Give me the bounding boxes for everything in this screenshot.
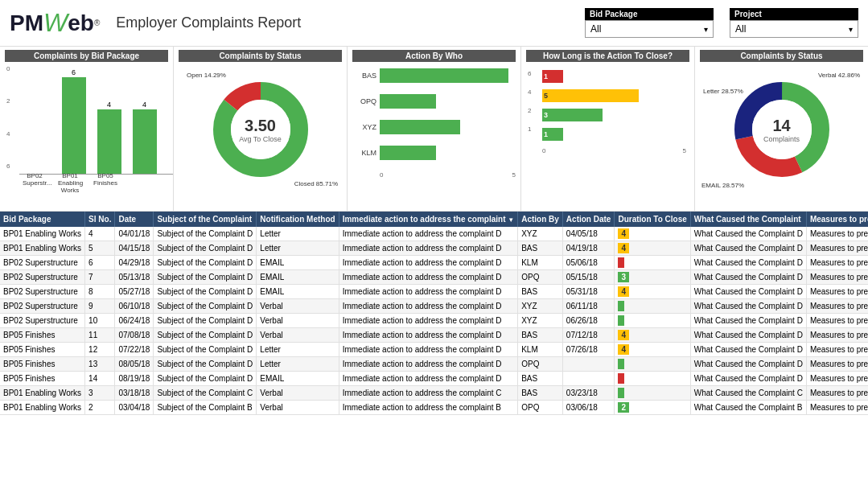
cell-action-date: 05/31/18 [562, 285, 615, 299]
cell-sl: 10 [85, 314, 115, 328]
bid-package-select[interactable]: All ▾ [585, 20, 714, 38]
how-long-row-1: 1 [542, 128, 686, 141]
cell-duration [615, 256, 690, 270]
cell-duration: 4 [615, 328, 690, 343]
cell-immediate: Immediate action to address the complain… [339, 241, 518, 256]
cell-sl: 12 [85, 343, 115, 357]
cell-bid-pkg: BP01 Enabling Works [0, 401, 85, 415]
cell-action-date: 06/11/18 [562, 299, 615, 314]
chart-status-donut-title: Complaints by Status [179, 50, 342, 62]
hbar-klm: KLM [352, 146, 516, 160]
col-subject: Subject of the Complaint [154, 212, 257, 227]
cell-bid-pkg: BP02 Superstructure [0, 314, 85, 328]
cell-measures: Measures to prevent recurrence D [806, 270, 868, 285]
cell-subject: Subject of the Complaint D [154, 343, 257, 357]
hbar-opq-bar [380, 94, 436, 109]
cell-sl: 11 [85, 328, 115, 343]
chart-status-donut: Complaints by Status Open 14.29% 3.50 Av… [174, 47, 348, 211]
cell-immediate: Immediate action to address the complain… [339, 357, 518, 372]
cell-method: Verbal [257, 386, 339, 401]
donut-csr-number: 14 [763, 117, 800, 135]
hbar-xyz: XYZ [352, 120, 516, 134]
open-legend: Open 14.29% [187, 72, 226, 79]
cell-caused: What Caused the Complaint D [690, 314, 806, 328]
chart-action-title: Action By Who [352, 50, 516, 62]
cell-bid-pkg: BP02 Superstructure [0, 270, 85, 285]
charts-row: Complaints by Bid Package 6 4 2 0 6 4 4 [0, 47, 868, 212]
project-select[interactable]: All ▾ [730, 20, 858, 38]
logo-registered: ® [94, 19, 100, 27]
chart-bid-package: Complaints by Bid Package 6 4 2 0 6 4 4 [0, 47, 174, 211]
cell-immediate: Immediate action to address the complain… [339, 401, 518, 415]
x-labels-bid: BP02 Superstr... BP01 Enabling Works BP0… [19, 170, 168, 194]
hbar-klm-bar [380, 146, 436, 160]
cell-measures: Measures to prevent recurrence D [806, 372, 868, 386]
donut-sub: Avg To Close [239, 135, 282, 143]
cell-method: EMAIL [257, 270, 339, 285]
cell-immediate: Immediate action to address the complain… [339, 343, 518, 357]
cell-immediate: Immediate action to address the complain… [339, 227, 518, 241]
cell-date: 04/01/18 [115, 227, 154, 241]
cell-action-by: BAS [518, 386, 563, 401]
bar-bp02-rect [62, 77, 86, 174]
chart-how-long: How Long is the Action To Close? 6 4 2 1… [521, 47, 695, 211]
cell-action-date: 04/05/18 [562, 227, 615, 241]
cell-caused: What Caused the Complaint D [690, 343, 806, 357]
col-bid-pkg: Bid Package [0, 212, 85, 227]
cell-action-date: 03/23/18 [562, 386, 615, 401]
cell-action-date: 06/26/18 [562, 314, 615, 328]
cell-measures: Measures to prevent recurrence B [806, 401, 868, 415]
cell-method: Verbal [257, 401, 339, 415]
filter-group: Bid Package All ▾ Project All ▾ [585, 8, 858, 38]
project-chevron-icon: ▾ [849, 25, 853, 34]
cell-date: 05/13/18 [115, 270, 154, 285]
table-row: BP02 Superstructure 9 06/10/18 Subject o… [0, 299, 868, 314]
cell-date: 03/04/18 [115, 401, 154, 415]
cell-date: 06/24/18 [115, 314, 154, 328]
project-value: All [735, 23, 746, 35]
how-long-row-4: 5 [542, 89, 686, 102]
cell-duration: 2 [615, 401, 690, 415]
cell-bid-pkg: BP05 Finishes [0, 343, 85, 357]
logo-pm: PM [10, 10, 43, 36]
chart-how-long-title: How Long is the Action To Close? [526, 50, 689, 62]
cell-duration: 4 [615, 241, 690, 256]
cell-caused: What Caused the Complaint D [690, 256, 806, 270]
cell-action-by: XYZ [518, 314, 563, 328]
cell-date: 06/10/18 [115, 299, 154, 314]
cell-sl: 4 [85, 227, 115, 241]
cell-immediate: Immediate action to address the complain… [339, 372, 518, 386]
cell-subject: Subject of the Complaint C [154, 386, 257, 401]
how-long-stacked-2: 3 [542, 109, 603, 121]
cell-measures: Measures to prevent recurrence D [806, 343, 868, 357]
table-row: BP05 Finishes 14 08/19/18 Subject of the… [0, 372, 868, 386]
cell-measures: Measures to prevent recurrence D [806, 227, 868, 241]
table-container: Bid Package Sl No. Date Subject of the C… [0, 212, 868, 477]
donut-number: 3.50 [239, 117, 282, 135]
cell-action-by: OPQ [518, 401, 563, 415]
cell-subject: Subject of the Complaint D [154, 285, 257, 299]
cell-action-by: KLM [518, 256, 563, 270]
cell-action-by: OPQ [518, 270, 563, 285]
donut-csr-center: 14 Complaints [763, 117, 800, 143]
cell-bid-pkg: BP01 Enabling Works [0, 227, 85, 241]
table-row: BP02 Superstructure 7 05/13/18 Subject o… [0, 270, 868, 285]
col-action-date: Action Date [562, 212, 615, 227]
cell-method: Verbal [257, 299, 339, 314]
cell-action-date [562, 357, 615, 372]
bid-package-value: All [590, 23, 601, 35]
cell-method: Letter [257, 227, 339, 241]
cell-method: Letter [257, 241, 339, 256]
logo-eb: eb [68, 10, 94, 36]
cell-method: EMAIL [257, 256, 339, 270]
verbal-legend: Verbal 42.86% [818, 72, 860, 79]
table-row: BP02 Superstructure 6 04/29/18 Subject o… [0, 256, 868, 270]
cell-measures: Measures to prevent recurrence D [806, 285, 868, 299]
cell-immediate: Immediate action to address the complain… [339, 270, 518, 285]
cell-method: Verbal [257, 314, 339, 328]
how-long-y-axis: 6 4 2 1 [528, 70, 531, 133]
bid-package-filter: Bid Package All ▾ [585, 8, 714, 38]
chart-action-by-who: Action By Who BAS OPQ XYZ KLM 0 [348, 47, 521, 211]
cell-immediate: Immediate action to address the complain… [339, 386, 518, 401]
cell-immediate: Immediate action to address the complain… [339, 314, 518, 328]
